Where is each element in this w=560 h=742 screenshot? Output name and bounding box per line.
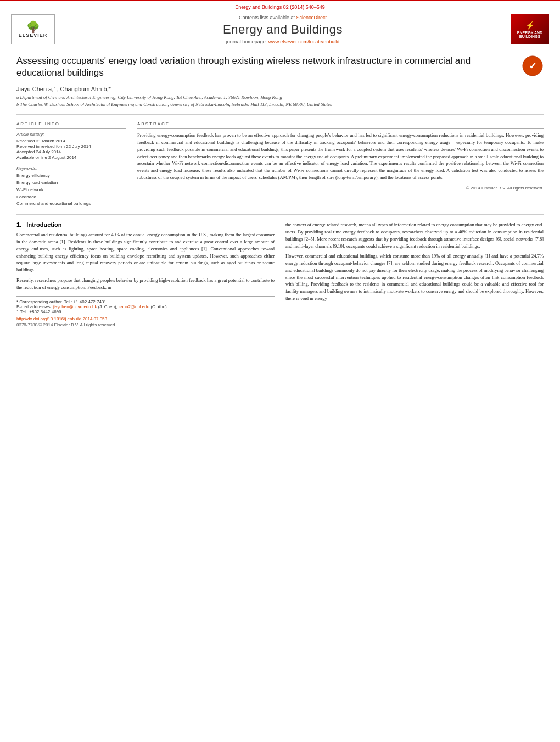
sciencedirect-link[interactable]: ScienceDirect <box>296 15 327 20</box>
history-label: Article history: <box>16 132 126 137</box>
doi-line: http://dx.doi.org/10.1016/j.enbuild.2014… <box>16 316 275 321</box>
main-content: Assessing occupants' energy load variati… <box>0 49 560 333</box>
sciencedirect-prefix: Contents lists available at <box>239 15 295 20</box>
tel2-line: 1 Tel.: +852 3442 4696. <box>16 309 275 314</box>
email-line: E-mail addresses: jiaychen@cityu.edu.hk … <box>16 304 275 309</box>
corresponding-author: * Corresponding author. Tel.: +1 402 472… <box>16 299 275 304</box>
email2-link[interactable]: cahn2@unl.edu <box>119 304 149 309</box>
svg-text:✓: ✓ <box>529 60 537 71</box>
section1-left-p2: Recently, researchers propose that chang… <box>16 277 275 291</box>
section1-right-p2: However, commercial and educational buil… <box>285 253 544 302</box>
keyword-2: Energy load variation <box>16 180 126 187</box>
article-title-section: Assessing occupants' energy load variati… <box>16 55 544 81</box>
email1-name: (J. Chen), <box>98 304 117 309</box>
section1-left-p1: Commercial and residential buildings acc… <box>16 231 275 274</box>
revised-date: Received in revised form 22 July 2014 <box>16 144 126 149</box>
abstract-col: ABSTRACT Providing energy-consumption fe… <box>137 121 544 208</box>
section1-body: 1. Introduction Commercial and residenti… <box>16 221 544 327</box>
doi-link[interactable]: http://dx.doi.org/10.1016/j.enbuild.2014… <box>16 316 107 321</box>
issn-line: 0378-7788/© 2014 Elsevier B.V. All right… <box>16 322 275 327</box>
journal-center-info: Contents lists available at ScienceDirec… <box>55 15 511 44</box>
journal-homepage: journal homepage: www.elsevier.com/locat… <box>66 39 500 44</box>
section1-left: 1. Introduction Commercial and residenti… <box>16 221 275 327</box>
journal-top-bar: 🌳 ELSEVIER Contents lists available at S… <box>0 12 560 47</box>
abstract-text: Providing energy-consumption feedback ha… <box>137 132 544 181</box>
homepage-url[interactable]: www.elsevier.com/locate/enbuild <box>268 39 340 44</box>
article-info-abstract: ARTICLE INFO Article history: Received 3… <box>16 121 544 208</box>
section1-right: the context of energy-related research, … <box>285 221 544 327</box>
received-date: Received 31 March 2014 <box>16 138 126 143</box>
affiliation-b: b The Charles W. Durham School of Archit… <box>16 102 544 108</box>
email-label-text: E-mail addresses: <box>16 304 52 309</box>
section1-title: 1. Introduction <box>16 221 275 228</box>
journal-header: Energy and Buildings 82 (2014) 540–549 🌳… <box>0 0 560 47</box>
elsevier-brand-text: ELSEVIER <box>19 32 48 38</box>
crossmark-logo: ✓ <box>522 55 544 77</box>
keyword-4: Feedback <box>16 194 126 201</box>
section1-right-p1: the context of energy-related research, … <box>285 221 544 249</box>
journal-top-note: Energy and Buildings 82 (2014) 540–549 <box>0 3 560 12</box>
footnotes: * Corresponding author. Tel.: +1 402 472… <box>16 296 275 327</box>
keyword-3: Wi-Fi network <box>16 187 126 194</box>
available-date: Available online 2 August 2014 <box>16 155 126 160</box>
keywords-label: Keywords: <box>16 166 126 171</box>
keyword-5: Commercial and educational buildings <box>16 200 126 208</box>
abstract-heading: ABSTRACT <box>137 121 544 129</box>
journal-title: Energy and Buildings <box>66 23 500 37</box>
article-title: Assessing occupants' energy load variati… <box>16 55 513 79</box>
section1-title-text: Introduction <box>26 221 61 228</box>
accepted-date: Accepted 24 July 2014 <box>16 149 126 154</box>
elsevier-logo: 🌳 ELSEVIER <box>11 14 55 44</box>
homepage-label: journal homepage: <box>226 39 267 44</box>
elsevier-tree-icon: 🌳 <box>26 21 40 32</box>
copyright-line: © 2014 Elsevier B.V. All rights reserved… <box>137 186 544 191</box>
energy-icon: ⚡ <box>525 21 535 30</box>
energy-buildings-logo-text: ENERGY AND BUILDINGS <box>513 31 547 38</box>
sciencedirect-notice: Contents lists available at ScienceDirec… <box>66 15 500 20</box>
section1-number: 1. <box>16 221 21 228</box>
email2-name: (C. Ahn). <box>150 304 168 309</box>
article-info-heading: ARTICLE INFO <box>16 121 126 129</box>
affiliation-a: a Department of Civil and Architectural … <box>16 94 544 101</box>
authors-line: Jiayu Chen a,1, Changbum Ahn b,* <box>16 86 544 92</box>
email1-link[interactable]: jiaychen@cityu.edu.hk <box>53 304 97 309</box>
keyword-1: Energy efficiency <box>16 172 126 180</box>
energy-buildings-logo: ⚡ ENERGY AND BUILDINGS <box>511 14 549 44</box>
article-info-col: ARTICLE INFO Article history: Received 3… <box>16 121 126 208</box>
keywords-list: Energy efficiency Energy load variation … <box>16 172 126 208</box>
